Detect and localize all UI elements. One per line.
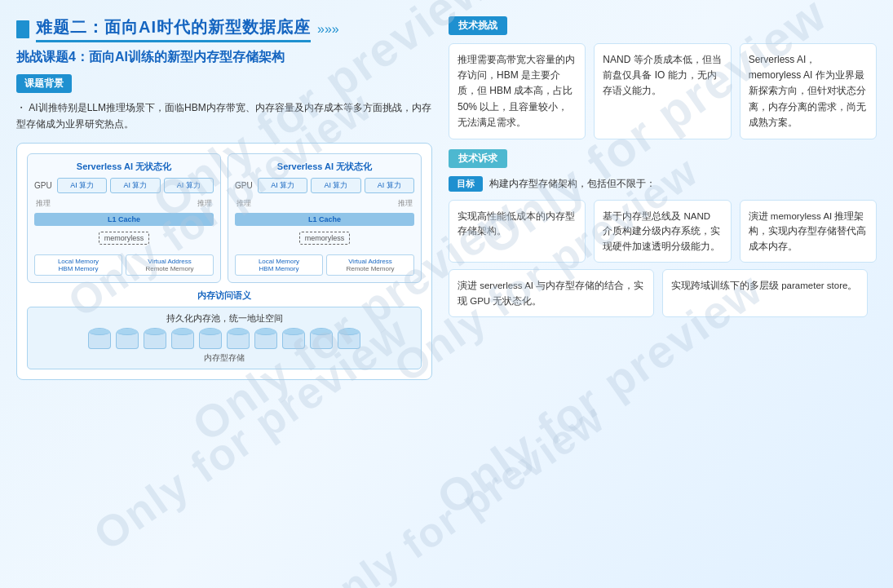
memory-box-local-left: Local Memory HBM Memory: [34, 254, 122, 276]
virtual-address-label-left: Virtual Address: [129, 258, 210, 265]
memoryless-tag-right: memoryless: [299, 232, 351, 245]
challenge-card-3-text: Serverless AI，memoryless AI 作为业界最新探索方向，但…: [749, 54, 866, 128]
challenge-tag: 技术挑战: [449, 16, 507, 35]
goal-card-2: 基于内存型总线及 NAND 介质构建分级内存系统，实现硬件加速透明分级能力。: [594, 200, 731, 263]
gpu-label-left: GPU: [34, 181, 54, 190]
cylinder-7: [254, 328, 277, 349]
ai-chip-l3: AI 算力: [164, 178, 214, 193]
bottom-card-2-text: 实现跨域训练下的多层级 parameter store。: [671, 281, 857, 290]
l1-cache-right: L1 Cache: [235, 213, 414, 226]
challenge-card-1: 推理需要高带宽大容量的内存访问，HBM 是主要介质，但 HBM 成本高，占比 5…: [449, 43, 586, 139]
local-memory-label-right: Local Memory: [238, 258, 320, 265]
memory-row-left: Local Memory HBM Memory Virtual Address …: [34, 254, 214, 276]
goal-line: 目标 构建内存型存储架构，包括但不限于：: [449, 176, 877, 192]
gpu-label-right: GPU: [235, 181, 254, 190]
challenge-cards-row: 推理需要高带宽大容量的内存访问，HBM 是主要介质，但 HBM 成本高，占比 5…: [449, 43, 877, 139]
cylinder-3: [144, 328, 166, 349]
virtual-address-label-right: Virtual Address: [329, 258, 411, 265]
infer-label-right: 推理: [235, 197, 253, 210]
diagram-box: Serverless AI 无状态化 GPU AI 算力 AI 算力 AI 算力…: [16, 143, 432, 380]
challenge-card-1-text: 推理需要高带宽大容量的内存访问，HBM 是主要介质，但 HBM 成本高，占比 5…: [458, 54, 575, 128]
body-text-content: AI训推特别是LLM推理场景下，面临HBM内存带宽、内存容量及内存成本等多方面挑…: [16, 102, 431, 130]
remote-memory-label-left: Remote Memory: [129, 265, 210, 272]
infer-row-left: 推理 推理: [34, 197, 214, 210]
memory-box-virtual-right: Virtual Address Remote Memory: [326, 254, 414, 276]
main-title: 难题二：面向AI时代的新型数据底座: [36, 16, 311, 42]
challenge-card-3: Serverless AI，memoryless AI 作为业界最新探索方向，但…: [740, 43, 877, 139]
ai-chip-r2: AI 算力: [311, 178, 360, 193]
title-icon: [16, 20, 29, 38]
ai-chip-l1: AI 算力: [57, 178, 107, 193]
pool-subtitle: 内存型存储: [36, 352, 413, 364]
l1-cache-left: L1 Cache: [34, 213, 214, 226]
local-memory-label-left: Local Memory: [38, 258, 119, 265]
goal-card-3: 演进 memoryless AI 推理架构，实现内存型存储替代高成本内存。: [740, 200, 877, 263]
goal-text: 构建内存型存储架构，包括但不限于：: [489, 177, 656, 191]
cylinder-5: [199, 328, 222, 349]
main-title-bar: 难题二：面向AI时代的新型数据底座 »»»: [16, 16, 432, 42]
cylinder-10: [338, 328, 360, 349]
serverless-title-right: Serverless AI 无状态化: [235, 161, 414, 173]
left-panel: 难题二：面向AI时代的新型数据底座 »»» 挑战课题4：面向AI训练的新型内存型…: [16, 16, 432, 380]
challenge-card-2-text: NAND 等介质成本低，但当前盘仅具备 IO 能力，无内存语义能力。: [603, 54, 721, 96]
page-content: 难题二：面向AI时代的新型数据底座 »»» 挑战课题4：面向AI训练的新型内存型…: [0, 0, 893, 388]
ai-chip-r1: AI 算力: [258, 178, 307, 193]
bottom-card-2: 实现跨域训练下的多层级 parameter store。: [662, 269, 868, 317]
cylinder-8: [282, 328, 305, 349]
ai-chip-l2: AI 算力: [110, 178, 160, 193]
serverless-title-left: Serverless AI 无状态化: [34, 161, 214, 173]
bottom-cards-row: 演进 serverless AI 与内存型存储的结合，实现 GPU 无状态化。 …: [449, 269, 877, 317]
memory-box-local-right: Local Memory HBM Memory: [235, 254, 323, 276]
cylinder-row: [36, 328, 413, 349]
diagram-right: Serverless AI 无状态化 GPU AI 算力 AI 算力 AI 算力…: [228, 153, 422, 283]
goal-card-2-text: 基于内存型总线及 NAND 介质构建分级内存系统，实现硬件加速透明分级能力。: [603, 211, 720, 251]
pool-box: 持久化内存池，统一地址空间 内存型存储: [27, 307, 422, 369]
cylinder-1: [88, 328, 111, 349]
pool-title: 持久化内存池，统一地址空间: [36, 312, 413, 325]
right-panel: 技术挑战 推理需要高带宽大容量的内存访问，HBM 是主要介质，但 HBM 成本高…: [449, 16, 877, 380]
goal-card-3-text: 演进 memoryless AI 推理架构，实现内存型存储替代高成本内存。: [749, 211, 866, 251]
hbm-memory-label-left: HBM Memory: [38, 265, 119, 272]
cylinder-4: [171, 328, 194, 349]
gpu-row-left: GPU AI 算力 AI 算力 AI 算力: [34, 178, 214, 193]
memory-row-right: Local Memory HBM Memory Virtual Address …: [235, 254, 414, 276]
sub-title: 挑战课题4：面向AI训练的新型内存型存储架构: [16, 49, 432, 66]
bottom-card-1: 演进 serverless AI 与内存型存储的结合，实现 GPU 无状态化。: [449, 269, 654, 317]
goal-card-1: 实现高性能低成本的内存型存储架构。: [449, 200, 586, 263]
challenge-card-2: NAND 等介质成本低，但当前盘仅具备 IO 能力，无内存语义能力。: [594, 43, 731, 139]
hbm-memory-label-right: HBM Memory: [238, 265, 320, 272]
diagram-inner: Serverless AI 无状态化 GPU AI 算力 AI 算力 AI 算力…: [27, 153, 422, 283]
infer-row-right: 推理 推理: [235, 197, 414, 210]
remote-memory-label-right: Remote Memory: [329, 265, 411, 272]
background-tag: 课题背景: [16, 74, 72, 93]
infer-label-left2: 推理: [196, 197, 214, 210]
gpu-row-right: GPU AI 算力 AI 算力 AI 算力: [235, 178, 414, 193]
memoryless-tag-left: memoryless: [99, 232, 150, 245]
infer-label-left: 推理: [34, 197, 52, 210]
goal-cards-row: 实现高性能低成本的内存型存储架构。 基于内存型总线及 NAND 介质构建分级内存…: [449, 200, 877, 263]
cylinder-6: [227, 328, 250, 349]
cylinder-2: [116, 328, 139, 349]
goal-card-1-text: 实现高性能低成本的内存型存储架构。: [458, 211, 575, 236]
ai-chip-r3: AI 算力: [365, 178, 414, 193]
cylinder-9: [310, 328, 333, 349]
diagram-left: Serverless AI 无状态化 GPU AI 算力 AI 算力 AI 算力…: [27, 153, 221, 283]
semantic-label: 内存访问语义: [27, 290, 422, 302]
demand-tag: 技术诉求: [449, 149, 507, 168]
arrow-icon: »»»: [317, 22, 339, 37]
body-text-bullet: ・: [16, 102, 26, 113]
goal-tag: 目标: [449, 176, 483, 192]
body-text: ・ AI训推特别是LLM推理场景下，面临HBM内存带宽、内存容量及内存成本等多方…: [16, 99, 432, 133]
infer-label-right2: 推理: [396, 197, 414, 210]
bottom-card-1-text: 演进 serverless AI 与内存型存储的结合，实现 GPU 无状态化。: [458, 281, 643, 305]
memory-box-virtual-left: Virtual Address Remote Memory: [126, 254, 214, 276]
